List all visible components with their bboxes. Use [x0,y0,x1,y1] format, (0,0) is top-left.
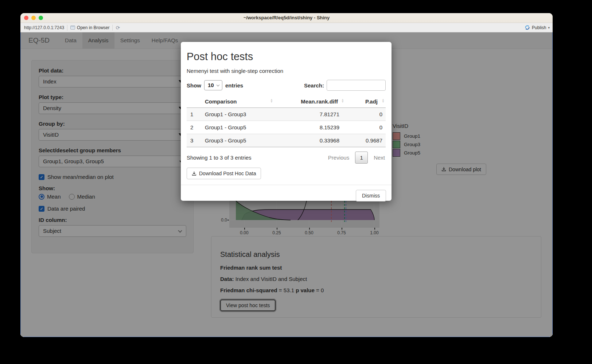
download-post-hoc-button[interactable]: Download Post Hoc Data [187,168,261,179]
datatable-controls: Show 10 entries Search: [187,80,386,91]
sort-icon: ▲▼ [270,99,273,103]
showing-entries-text: Showing 1 to 3 of 3 entries [187,154,252,161]
traffic-lights [24,16,43,20]
pagination: Previous 1 Next [327,152,386,164]
table-footer-controls: Showing 1 to 3 of 3 entries Previous 1 N… [187,152,386,164]
search-input[interactable] [327,80,386,91]
previous-page-button[interactable]: Previous [327,153,350,162]
window-titlebar: ~/workspace/R/eq5d/inst/shiny - Shiny [20,13,553,23]
modal-footer: Dismiss [181,185,392,206]
sort-icon: ▲▼ [341,99,344,103]
show-label: Show [187,82,201,89]
app-window: ~/workspace/R/eq5d/inst/shiny - Shiny ht… [20,13,553,337]
page-length-value: 10 [208,82,214,88]
publish-label: Publish [532,25,546,30]
open-in-browser-label: Open in Browser [77,25,109,30]
search-control: Search: [304,80,386,91]
header-comparison[interactable]: Comparison ▲▼ [201,95,274,108]
download-icon [192,171,196,176]
publish-icon [525,25,530,30]
url-text: http://127.0.0.1:7243 [23,25,64,30]
post-hoc-modal: Post hoc tests Nemenyi test with single-… [181,42,392,201]
refresh-icon[interactable]: ⟳ [116,25,120,31]
chevron-down-icon [217,83,219,86]
current-page-button[interactable]: 1 [355,152,368,164]
toolbar-divider [112,25,113,31]
modal-subtitle: Nemenyi test with single-step correction [187,68,386,74]
post-hoc-table: Comparison ▲▼ Mean.rank.diff ▲▼ P.adj ▲▼ [187,95,386,147]
table-header-row: Comparison ▲▼ Mean.rank.diff ▲▼ P.adj ▲▼ [187,95,386,108]
page-length-control: Show 10 entries [187,80,243,90]
window-title: ~/workspace/R/eq5d/inst/shiny - Shiny [20,13,553,23]
entries-label: entries [225,82,243,89]
viewer-toolbar: http://127.0.0.1:7243 Open in Browser ⟳ … [20,23,553,32]
header-row-index[interactable] [187,95,201,108]
toolbar-divider [67,25,67,31]
minimize-window-button[interactable] [31,16,36,20]
open-in-browser-button[interactable]: Open in Browser [70,25,109,30]
table-row[interactable]: 3 Group3 - Group5 0.33968 0.9687 [187,134,386,147]
desktop: ~/workspace/R/eq5d/inst/shiny - Shiny ht… [0,0,592,364]
download-post-hoc-label: Download Post Hoc Data [199,171,256,176]
modal-title: Post hoc tests [187,51,386,63]
header-p-adj[interactable]: P.adj ▲▼ [345,95,386,108]
next-page-button[interactable]: Next [373,153,386,162]
browser-window-icon [70,26,75,30]
page-length-select[interactable]: 10 [204,80,222,90]
table-row[interactable]: 2 Group1 - Group5 8.15239 0 [187,121,386,134]
header-mean-rank-diff[interactable]: Mean.rank.diff ▲▼ [274,95,345,108]
search-label: Search: [304,82,324,89]
chevron-down-icon: ▾ [548,26,550,30]
publish-button[interactable]: Publish ▾ [525,25,550,30]
zoom-window-button[interactable] [39,16,43,20]
close-window-button[interactable] [24,16,28,20]
table-row[interactable]: 1 Group1 - Group3 7.81271 0 [187,108,386,121]
app-content: EQ-5D Data Analysis Settings Help/FAQs P… [20,32,553,337]
dismiss-button[interactable]: Dismiss [356,190,386,201]
sort-icon: ▲▼ [382,99,385,103]
